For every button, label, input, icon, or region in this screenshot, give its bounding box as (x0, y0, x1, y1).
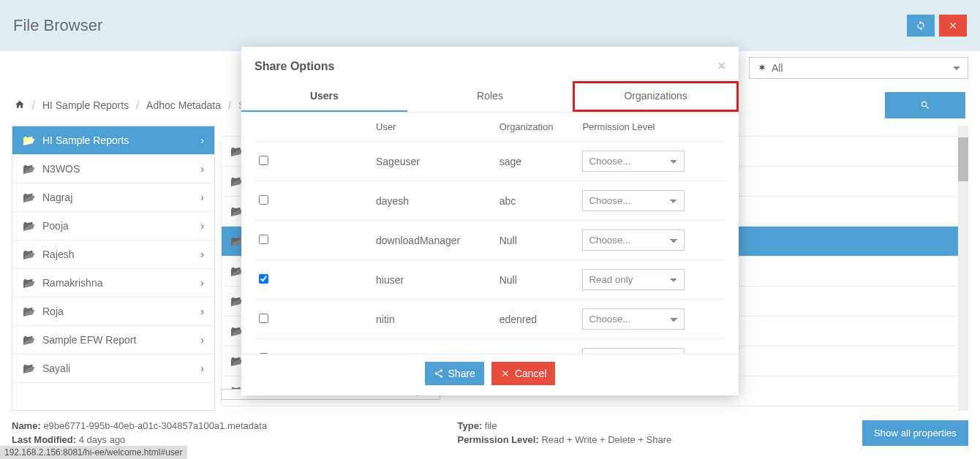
close-icon (500, 368, 510, 379)
cell-user: nitin (372, 300, 495, 339)
modal-close-button[interactable]: × (717, 58, 725, 74)
table-row: dayesh abc Choose... (255, 181, 725, 221)
row-checkbox[interactable] (259, 314, 268, 323)
table-row: norole testingorg Choose... (255, 339, 725, 354)
cell-user: downloadManager (372, 221, 495, 260)
col-perm: Permission Level (578, 113, 725, 142)
row-checkbox[interactable] (259, 353, 268, 354)
cell-user: dayesh (372, 181, 495, 221)
row-checkbox[interactable] (259, 156, 268, 165)
modal-overlay: Share Options × UsersRolesOrganizations … (0, 0, 980, 459)
cell-org: Null (495, 221, 578, 260)
permission-select[interactable]: Choose... (582, 190, 685, 211)
table-row: hiuser Null Read only (255, 260, 725, 300)
cell-user: Sageuser (372, 142, 495, 181)
col-user: User (372, 113, 495, 142)
cell-org: abc (495, 181, 578, 221)
table-row: Sageuser sage Choose... (255, 142, 725, 181)
permission-select[interactable]: Choose... (582, 230, 685, 251)
modal-header: Share Options × (241, 47, 739, 81)
row-checkbox[interactable] (259, 195, 268, 205)
permission-select[interactable]: Choose... (582, 308, 685, 330)
modal-body: User Organization Permission Level Sageu… (241, 113, 739, 354)
modal-title: Share Options (255, 60, 334, 73)
cell-user: norole (372, 339, 495, 354)
permission-select[interactable]: Read only (582, 269, 685, 290)
modal-tab-roles[interactable]: Roles (407, 81, 573, 112)
cell-org: sage (495, 142, 578, 181)
modal-tab-organizations[interactable]: Organizations (573, 81, 739, 112)
share-button[interactable]: Share (425, 362, 484, 385)
row-checkbox[interactable] (259, 235, 268, 244)
share-icon (434, 368, 444, 379)
cell-org: testingorg (495, 339, 578, 354)
table-row: downloadManager Null Choose... (255, 221, 725, 260)
share-table: User Organization Permission Level Sageu… (255, 113, 725, 354)
cell-org: edenred (495, 300, 578, 339)
modal-tabs: UsersRolesOrganizations (241, 81, 739, 113)
modal-footer: Share Cancel (241, 354, 739, 395)
modal-tab-users[interactable]: Users (241, 81, 407, 112)
cancel-button[interactable]: Cancel (491, 362, 556, 385)
cell-user: hiuser (372, 260, 495, 300)
share-modal: Share Options × UsersRolesOrganizations … (241, 47, 739, 395)
permission-select[interactable]: Choose... (582, 151, 685, 172)
cell-org: Null (495, 260, 578, 300)
table-row: nitin edenred Choose... (255, 300, 725, 339)
col-org: Organization (495, 113, 578, 142)
permission-select[interactable]: Choose... (582, 348, 685, 354)
row-checkbox[interactable] (259, 274, 268, 284)
